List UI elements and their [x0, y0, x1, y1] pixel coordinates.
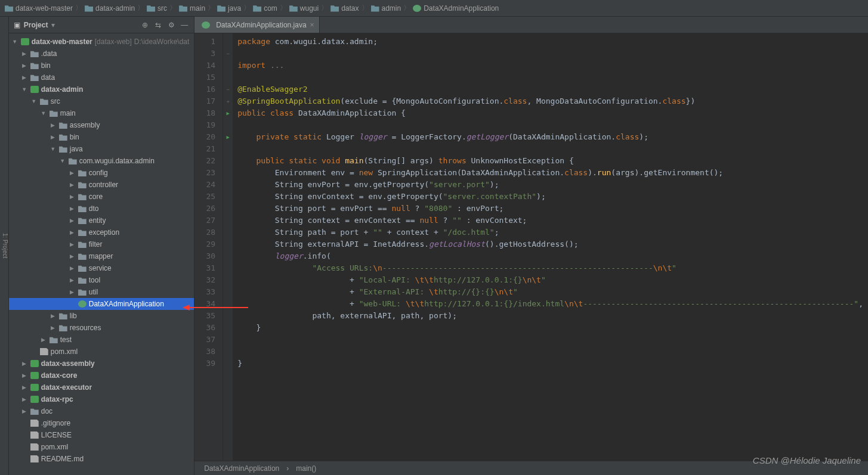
tree-arrow-icon[interactable]: ▶ [69, 265, 76, 271]
close-icon[interactable]: × [310, 21, 314, 29]
tree-item[interactable]: ▶exception [9, 226, 194, 238]
tree-arrow-icon[interactable]: ▶ [21, 361, 28, 367]
tree-arrow-icon[interactable]: ▶ [69, 241, 76, 247]
tree-arrow-icon[interactable]: ▶ [21, 51, 28, 57]
tree-item-label: pom.xml [51, 347, 78, 356]
tree-arrow-icon[interactable]: ▶ [21, 408, 28, 414]
tree-arrow-icon[interactable]: ▶ [40, 337, 47, 343]
tree-item[interactable]: ▶lib [9, 310, 194, 322]
breadcrumb-item[interactable]: java [217, 4, 241, 13]
folder2 [78, 265, 87, 272]
tree-item[interactable]: ▶dto [9, 203, 194, 215]
tree-arrow-icon[interactable]: ▶ [50, 122, 57, 128]
chevron-icon: 〉 [169, 3, 177, 13]
tree-arrow-icon[interactable]: ▶ [50, 325, 57, 331]
tree-item[interactable]: ▼datax-admin [9, 83, 194, 95]
breadcrumb-item[interactable]: datax [330, 4, 359, 13]
tree-arrow-icon[interactable]: ▶ [69, 218, 76, 223]
tree-item[interactable]: ▶assembly [9, 119, 194, 131]
project-tree[interactable]: ▼datax-web-master[datax-web]D:\ideaWorke… [9, 33, 194, 475]
tree-arrow-icon[interactable]: ▼ [50, 146, 57, 152]
tree-item[interactable]: ▶mapper [9, 250, 194, 262]
tree-arrow-icon[interactable]: ▶ [21, 63, 28, 69]
tree-arrow-icon[interactable]: ▶ [69, 289, 76, 295]
tree-item[interactable]: ▶doc [9, 405, 194, 417]
tree-item[interactable]: ▶datax-core [9, 370, 194, 381]
tree-item[interactable]: ▶bin [9, 60, 194, 72]
tree-item[interactable]: ▶service [9, 262, 194, 274]
breadcrumb-item[interactable]: main [179, 4, 205, 13]
breadcrumb-item[interactable]: com [253, 4, 277, 13]
tree-item[interactable]: ▶test [9, 334, 194, 346]
breadcrumb-item[interactable]: admin [371, 4, 401, 13]
tree-arrow-icon[interactable]: ▶ [69, 182, 76, 188]
class-icon [413, 5, 421, 12]
tree-item[interactable]: ▶resources [9, 322, 194, 334]
tree-item[interactable]: .gitignore [9, 417, 194, 429]
tree-arrow-icon[interactable]: ▼ [40, 110, 47, 116]
tree-item[interactable]: ▶filter [9, 238, 194, 250]
project-header: ▣ Project ▾ ⊕ ⇆ ⚙ — [9, 17, 194, 33]
tree-item-label: mapper [89, 252, 113, 260]
tree-item[interactable]: ▼src [9, 95, 194, 107]
tree-arrow-icon[interactable]: ▶ [69, 277, 76, 283]
tree-item[interactable]: pom.xml [9, 441, 194, 453]
tree-arrow-icon[interactable]: ▶ [69, 206, 76, 212]
tree-item[interactable]: ▶datax-executor [9, 381, 194, 393]
tree-arrow-icon[interactable]: ▶ [50, 134, 57, 140]
left-tool-strip[interactable]: 1: Project [0, 17, 9, 475]
tree-item-label: datax-admin [41, 85, 84, 94]
tree-arrow-icon[interactable]: ▶ [50, 313, 57, 319]
tree-item-label: core [89, 193, 103, 201]
gear-icon[interactable]: ⚙ [166, 20, 176, 30]
tree-item[interactable]: ▼main [9, 107, 194, 119]
breadcrumb-item[interactable]: wugui [289, 4, 319, 13]
tree-arrow-icon[interactable]: ▶ [21, 372, 28, 378]
code-area[interactable]: package com.wugui.datax.admin; import ..… [233, 33, 868, 461]
breadcrumb-item[interactable]: datax-admin [85, 4, 135, 13]
tree-item[interactable]: LICENSE [9, 429, 194, 441]
tree-item[interactable]: ▶datax-assembly [9, 358, 194, 370]
tree-item[interactable]: DataXAdminApplication [9, 298, 194, 310]
tree-arrow-icon[interactable]: ▶ [69, 170, 76, 176]
tree-arrow-icon[interactable]: ▶ [21, 396, 28, 402]
breadcrumb-item[interactable]: datax-web-master [5, 4, 73, 13]
breadcrumb-item[interactable]: DataXAdminApplication [413, 4, 499, 13]
tree-item[interactable]: ▶tool [9, 274, 194, 286]
dropdown-icon[interactable]: ▾ [51, 21, 55, 29]
tree-arrow-icon[interactable]: ▶ [69, 194, 76, 200]
tree-arrow-icon[interactable]: ▶ [69, 229, 76, 235]
tree-arrow-icon[interactable]: ▼ [30, 98, 38, 104]
collapse-icon[interactable]: ⇆ [153, 20, 163, 30]
tree-item[interactable]: ▶datax-rpc [9, 393, 194, 405]
tree-item[interactable]: ▶bin [9, 131, 194, 143]
tab-file[interactable]: DataXAdminApplication.java × [194, 17, 319, 33]
folder2 [78, 277, 87, 284]
tree-arrow-icon[interactable]: ▼ [59, 158, 66, 164]
tree-item[interactable]: ▼com.wugui.datax.admin [9, 155, 194, 167]
folder2 [78, 229, 87, 236]
tree-arrow-icon[interactable]: ▶ [69, 253, 76, 259]
tree-item[interactable]: pom.xml [9, 346, 194, 358]
tree-item-label: tool [89, 276, 100, 284]
gutter-marks: −−+▶▶ [223, 33, 233, 461]
tree-arrow-icon[interactable]: ▶ [21, 384, 28, 390]
tree-item[interactable]: ▶entity [9, 215, 194, 226]
tree-item[interactable]: ▶util [9, 286, 194, 298]
tree-arrow-icon[interactable]: ▶ [21, 74, 28, 80]
locate-icon[interactable]: ⊕ [140, 20, 150, 30]
tree-root[interactable]: ▼datax-web-master[datax-web]D:\ideaWorke… [9, 36, 194, 48]
editor-body[interactable]: 1314151617181920212223242526272829303132… [194, 33, 868, 461]
tree-arrow-icon[interactable]: ▼ [21, 86, 28, 92]
tree-item[interactable]: ▶.data [9, 48, 194, 60]
hide-icon[interactable]: — [180, 20, 189, 30]
tree-item[interactable]: ▶core [9, 191, 194, 203]
tree-item[interactable]: ▶config [9, 167, 194, 179]
tree-item[interactable]: README.md [9, 453, 194, 465]
breadcrumb-item[interactable]: src [147, 4, 167, 13]
tree-item[interactable]: ▼java [9, 143, 194, 155]
editor-tabs: DataXAdminApplication.java × [194, 17, 868, 33]
tree-item[interactable]: ▶data [9, 72, 194, 83]
tree-item[interactable]: ▶controller [9, 179, 194, 191]
project-icon: ▣ [14, 21, 20, 29]
